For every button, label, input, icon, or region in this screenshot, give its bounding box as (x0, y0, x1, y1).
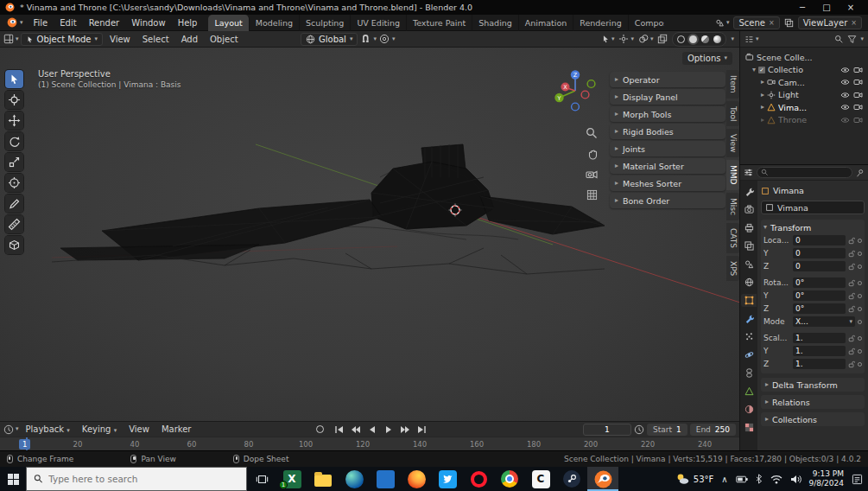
tab-tool[interactable] (741, 185, 757, 198)
tab-constraints[interactable] (741, 367, 757, 379)
taskbar-app-chrome[interactable] (494, 467, 525, 491)
outliner-row-collection[interactable]: ▾ ✓ Collectio (740, 64, 868, 77)
taskbar-search[interactable] (26, 467, 247, 491)
taskbar-search-input[interactable] (48, 474, 239, 484)
disable-render-camera-icon[interactable] (853, 92, 863, 99)
disable-render-camera-icon[interactable] (853, 104, 863, 111)
end-frame-field[interactable]: End250 (690, 424, 736, 436)
panel-collections[interactable]: ▸Collections (761, 412, 865, 426)
taskbar-app-edge[interactable] (339, 467, 370, 491)
sidebar-tab-item[interactable]: Item (726, 70, 739, 99)
view-layer-selector[interactable]: ViewLayer × (798, 16, 862, 29)
outliner-row-scene-collection[interactable]: Scene Colle... (740, 51, 868, 64)
taskbar-app-firefox[interactable] (401, 467, 432, 491)
tab-view-layer[interactable] (741, 239, 757, 252)
cursor-tool[interactable] (5, 91, 23, 109)
outliner-row-light[interactable]: ▸ Light (740, 89, 868, 102)
animate-dot[interactable] (858, 320, 862, 324)
scale-x-field[interactable]: 1. (793, 333, 846, 343)
expand-arrow-icon[interactable]: ▸ (761, 104, 764, 111)
panel-relations[interactable]: ▸Relations (761, 395, 865, 409)
animate-dot[interactable] (858, 349, 862, 354)
lock-icon[interactable] (848, 305, 855, 313)
rotation-z-field[interactable]: 0° (793, 303, 846, 314)
expand-arrow-icon[interactable]: ▾ (752, 67, 756, 73)
volume-icon[interactable] (790, 475, 801, 484)
editor-type-selector[interactable]: ▾ (3, 34, 19, 44)
pan-hand-icon[interactable] (586, 149, 598, 160)
sidebar-tab-cats[interactable]: CATS (726, 223, 739, 253)
taskbar-clock[interactable]: 9:13 PM 9/8/2024 (809, 469, 844, 488)
start-button[interactable] (0, 467, 26, 491)
workspace-tab-texture-paint[interactable]: Texture Paint (407, 15, 472, 31)
workspace-tab-uv-editing[interactable]: UV Editing (351, 15, 407, 31)
taskbar-app-vscode[interactable] (370, 467, 401, 491)
rotate-tool[interactable] (5, 132, 23, 150)
collection-checkbox[interactable]: ✓ (758, 67, 765, 73)
rotation-y-field[interactable]: 0° (793, 290, 846, 301)
tab-render[interactable] (741, 203, 757, 216)
sidebar-tab-tool[interactable]: Tool (726, 101, 739, 126)
tab-modifiers[interactable] (741, 312, 757, 325)
shading-wireframe-button[interactable] (675, 34, 687, 45)
tab-output[interactable] (741, 221, 757, 234)
viewport-3d[interactable]: User Perspective (1) Scene Collection | … (0, 48, 739, 421)
navigation-gizmo[interactable]: Z Y X (551, 67, 599, 115)
taskbar-app-blender[interactable] (587, 467, 618, 491)
location-y-field[interactable]: 0 (793, 248, 846, 258)
jump-to-end-button[interactable] (415, 424, 428, 436)
properties-search-field[interactable] (757, 167, 852, 178)
toggle-xray[interactable] (657, 34, 668, 44)
panel-joints[interactable]: ▸Joints (610, 141, 725, 156)
workspace-tab-sculpting[interactable]: Sculpting (300, 15, 351, 31)
options-dropdown[interactable]: Options ▾ (682, 52, 732, 65)
animate-dot[interactable] (858, 239, 862, 243)
taskbar-app-capcut[interactable]: C (525, 467, 556, 491)
zoom-icon[interactable] (586, 127, 598, 139)
jump-to-start-button[interactable] (333, 424, 345, 436)
taskbar-app-opera[interactable] (463, 467, 494, 491)
location-z-field[interactable]: 0 (793, 261, 846, 271)
workspace-tab-modeling[interactable]: Modeling (250, 15, 300, 31)
move-tool[interactable] (5, 112, 23, 130)
menu-file[interactable]: File (28, 18, 54, 28)
tab-object[interactable] (741, 294, 757, 307)
location-x-field[interactable]: 0 (793, 235, 846, 246)
sidebar-tab-misc[interactable]: Misc (726, 193, 739, 220)
battery-icon[interactable] (736, 475, 748, 483)
animate-dot[interactable] (858, 307, 862, 311)
expand-arrow-icon[interactable]: ▸ (761, 79, 764, 86)
browse-scene-icon[interactable]: ▾ (715, 18, 730, 28)
animate-dot[interactable] (858, 252, 862, 256)
pin-icon[interactable] (856, 169, 865, 177)
hide-eye-icon[interactable] (840, 104, 850, 111)
menu-render[interactable]: Render (83, 18, 126, 28)
expand-arrow-icon[interactable]: ▸ (761, 92, 764, 99)
play-reverse-button[interactable] (366, 424, 378, 436)
shading-rendered-button[interactable] (712, 34, 723, 45)
show-gizmos-toggle[interactable]: ▾ (618, 34, 634, 44)
outliner-row-camera[interactable]: ▸ Cam... (740, 76, 868, 89)
panel-display-panel[interactable]: ▸Display Panel (610, 89, 725, 105)
outliner-row-vimana[interactable]: ▸ Vima... (740, 101, 868, 114)
menu-edit[interactable]: Edit (54, 18, 82, 28)
taskbar-app-steam[interactable] (556, 467, 587, 491)
animate-dot[interactable] (858, 265, 862, 269)
panel-morph-tools[interactable]: ▸Morph Tools (610, 106, 725, 122)
shading-solid-button[interactable] (687, 34, 699, 45)
play-button[interactable] (383, 424, 395, 436)
scale-z-field[interactable]: 1. (793, 359, 846, 369)
lock-icon[interactable] (848, 250, 855, 258)
shading-dropdown-icon[interactable]: ▾ (731, 36, 734, 42)
timeline-menu-keying[interactable]: Keying ▾ (77, 424, 122, 434)
task-view-button[interactable] (247, 467, 276, 491)
hide-eye-icon[interactable] (840, 67, 850, 73)
sidebar-tab-mmd[interactable]: MMD (726, 160, 739, 189)
properties-editor-icon[interactable] (744, 168, 753, 177)
disable-render-camera-icon[interactable] (853, 117, 863, 124)
sidebar-tab-view[interactable]: View (726, 129, 739, 157)
lock-icon[interactable] (848, 360, 855, 368)
lock-icon[interactable] (848, 263, 855, 271)
tab-material[interactable] (741, 403, 757, 416)
timeline-ruler[interactable]: 20 40 60 80 100 120 140 160 180 200 220 … (0, 437, 739, 450)
